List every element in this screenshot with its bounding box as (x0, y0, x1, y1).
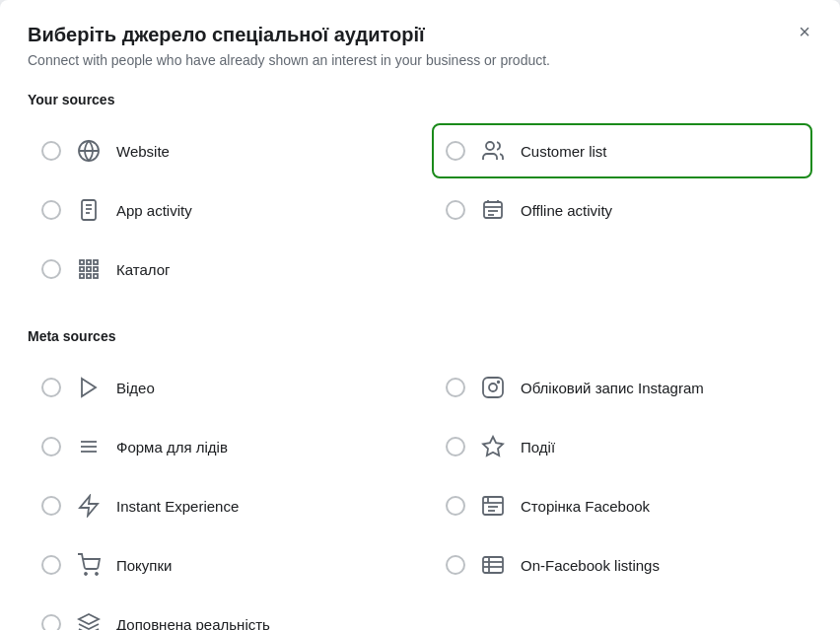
svg-rect-13 (94, 274, 98, 278)
modal-subtitle: Connect with people who have already sho… (28, 52, 812, 68)
instagram-icon (477, 372, 509, 403)
your-sources-grid: Website App activity (28, 123, 812, 301)
radio-shopping[interactable] (41, 555, 61, 575)
your-sources-label: Your sources (28, 92, 812, 107)
instagram-label: Обліковий запис Instagram (521, 380, 704, 396)
shopping-label: Покупки (116, 557, 172, 574)
radio-app-activity[interactable] (41, 200, 61, 220)
ar-label: Доповнена реальність (116, 616, 270, 631)
content: Your sources Website (28, 92, 812, 630)
radio-instant-experience[interactable] (41, 496, 61, 516)
option-website[interactable]: Website (28, 123, 408, 178)
meta-sources-grid: Відео Форма для лідів (28, 360, 812, 630)
radio-facebook-page[interactable] (446, 496, 465, 516)
events-icon (477, 431, 509, 462)
website-icon (73, 135, 105, 167)
svg-marker-31 (483, 437, 503, 455)
option-shopping[interactable]: Покупки (28, 537, 408, 593)
svg-rect-5 (80, 260, 84, 264)
facebook-page-label: Сторінка Facebook (521, 498, 650, 515)
option-katalog[interactable]: Каталог (28, 242, 408, 297)
radio-ar[interactable] (41, 614, 61, 630)
video-label: Відео (116, 380, 155, 396)
svg-rect-9 (87, 267, 91, 271)
svg-point-29 (489, 384, 497, 391)
meta-sources-right: Обліковий запис Instagram Події (432, 360, 812, 630)
events-label: Події (521, 439, 555, 455)
lead-form-icon (73, 431, 105, 462)
on-facebook-listings-label: On-Facebook listings (521, 557, 660, 574)
radio-events[interactable] (446, 437, 465, 456)
modal: Виберіть джерело спеціальної аудиторії C… (0, 0, 840, 630)
meta-sources-label: Meta sources (28, 328, 812, 344)
svg-point-26 (85, 573, 87, 575)
your-sources-left: Website App activity (28, 123, 408, 301)
radio-customer-list[interactable] (446, 141, 465, 161)
option-instant-experience[interactable]: Instant Experience (28, 478, 408, 533)
radio-offline-activity[interactable] (446, 200, 465, 220)
meta-sources-section: Meta sources Відео (28, 328, 812, 630)
option-facebook-page[interactable]: Сторінка Facebook (432, 478, 812, 533)
svg-rect-6 (87, 260, 91, 264)
option-offline-activity[interactable]: Offline activity (432, 182, 812, 238)
option-events[interactable]: Події (432, 419, 812, 474)
option-video[interactable]: Відео (28, 360, 408, 415)
svg-point-27 (96, 573, 98, 575)
shopping-icon (73, 549, 105, 581)
radio-lead-form[interactable] (41, 437, 61, 456)
svg-rect-37 (483, 557, 503, 573)
customer-list-icon (477, 135, 509, 167)
svg-rect-28 (483, 378, 503, 397)
katalog-label: Каталог (116, 261, 171, 278)
facebook-page-icon (477, 490, 509, 522)
offline-activity-label: Offline activity (521, 202, 612, 219)
your-sources-section: Your sources Website (28, 92, 812, 301)
svg-rect-10 (94, 267, 98, 271)
option-on-facebook-listings[interactable]: On-Facebook listings (432, 537, 812, 593)
svg-point-14 (486, 142, 494, 150)
option-customer-list[interactable]: Customer list (432, 123, 812, 178)
offline-activity-icon (477, 194, 509, 226)
video-icon (73, 372, 105, 403)
customer-list-label: Customer list (521, 143, 607, 160)
svg-marker-25 (80, 496, 98, 516)
your-sources-right: Customer list (432, 123, 812, 301)
option-instagram[interactable]: Обліковий запис Instagram (432, 360, 812, 415)
svg-marker-21 (82, 379, 96, 396)
radio-on-facebook-listings[interactable] (446, 555, 465, 575)
radio-katalog[interactable] (41, 259, 61, 279)
svg-rect-8 (80, 267, 84, 271)
on-facebook-listings-icon (477, 549, 509, 581)
app-activity-icon (73, 194, 105, 226)
radio-video[interactable] (41, 378, 61, 397)
modal-header: Виберіть джерело спеціальної аудиторії C… (28, 24, 812, 68)
svg-rect-7 (94, 260, 98, 264)
radio-instagram[interactable] (446, 378, 465, 397)
close-button[interactable]: × (789, 16, 820, 47)
radio-website[interactable] (41, 141, 61, 161)
ar-icon (73, 608, 105, 630)
instant-experience-icon (73, 490, 105, 522)
website-label: Website (116, 143, 170, 160)
lead-form-label: Форма для лідів (116, 439, 228, 455)
option-ar[interactable]: Доповнена реальність (28, 596, 408, 630)
app-activity-label: App activity (116, 202, 192, 219)
option-app-activity[interactable]: App activity (28, 182, 408, 238)
svg-rect-11 (80, 274, 84, 278)
svg-rect-32 (483, 497, 503, 515)
svg-point-30 (498, 382, 500, 384)
modal-title: Виберіть джерело спеціальної аудиторії (28, 24, 812, 46)
katalog-icon (73, 253, 105, 285)
instant-experience-label: Instant Experience (116, 498, 239, 515)
svg-rect-1 (82, 200, 96, 220)
svg-rect-12 (87, 274, 91, 278)
meta-sources-left: Відео Форма для лідів (28, 360, 408, 630)
option-lead-form[interactable]: Форма для лідів (28, 419, 408, 474)
